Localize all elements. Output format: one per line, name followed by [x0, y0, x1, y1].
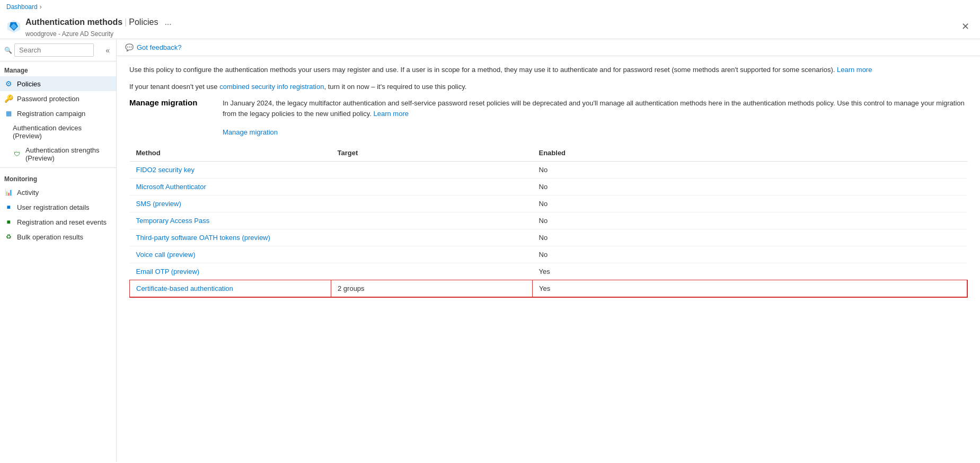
description-1: Use this policy to configure the authent… [129, 65, 967, 75]
method-target [331, 162, 533, 179]
title-block: Authentication methods | Policies ... wo… [25, 15, 176, 38]
feedback-label[interactable]: Got feedback? [137, 43, 182, 51]
nav-label-user-registration: User registration details [17, 203, 90, 211]
sidebar-item-password-protection[interactable]: 🔑 Password protection [0, 91, 116, 106]
method-link[interactable]: Email OTP (preview) [136, 268, 200, 275]
method-target [331, 246, 533, 263]
method-link[interactable]: Temporary Access Pass [136, 217, 210, 225]
description-2: If your tenant doesn't yet use combined … [129, 82, 967, 92]
nav-label-registration-events: Registration and reset events [17, 218, 107, 226]
top-bar-left: Authentication methods | Policies ... wo… [6, 15, 176, 38]
method-enabled: No [533, 229, 967, 246]
method-target [331, 179, 533, 195]
breadcrumb-sep: › [40, 3, 42, 11]
migration-title: Manage migration [129, 98, 214, 107]
table-row[interactable]: Third-party software OATH tokens (previe… [130, 229, 967, 246]
registration-campaign-icon: ▦ [4, 109, 13, 118]
content-area: 💬 Got feedback? Use this policy to confi… [117, 39, 980, 462]
search-input[interactable] [14, 43, 94, 57]
method-target [331, 229, 533, 246]
table-row[interactable]: Microsoft AuthenticatorNo [130, 179, 967, 195]
migration-text: In January 2024, the legacy multifactor … [223, 99, 965, 118]
nav-label-auth-devices: Authentication devices (Preview) [13, 124, 112, 140]
sidebar-item-bulk-operations[interactable]: ♻ Bulk operation results [0, 229, 116, 244]
col-target: Target [331, 145, 533, 162]
manage-section-label: Manage [0, 61, 116, 76]
nav-label-policies: Policies [17, 80, 41, 88]
user-registration-icon: ■ [4, 203, 13, 211]
activity-icon: 📊 [4, 188, 13, 197]
table-row[interactable]: Certificate-based authentication2 groups… [130, 280, 967, 297]
azure-icon [6, 19, 21, 34]
content-body: Use this policy to configure the authent… [117, 56, 980, 462]
method-target [331, 263, 533, 280]
sidebar-search-container: 🔍 « [0, 39, 116, 61]
method-enabled: No [533, 212, 967, 229]
method-enabled: Yes [533, 263, 967, 280]
method-target [331, 195, 533, 212]
migration-header: Manage migration In January 2024, the le… [129, 98, 967, 119]
sidebar-item-activity[interactable]: 📊 Activity [0, 185, 116, 200]
manage-migration-link[interactable]: Manage migration [223, 128, 278, 136]
col-enabled: Enabled [533, 145, 967, 162]
breadcrumb-dashboard[interactable]: Dashboard [6, 3, 38, 11]
feedback-icon: 💬 [125, 43, 134, 51]
method-target: 2 groups [331, 280, 533, 297]
monitoring-section-label: Monitoring [0, 170, 116, 185]
learn-more-link-1[interactable]: Learn more [837, 66, 872, 74]
registration-events-icon: ■ [4, 218, 13, 226]
combined-security-link[interactable]: combined security info registration [219, 83, 324, 91]
sidebar: 🔍 « Manage ⚙ Policies 🔑 Password protect… [0, 39, 117, 462]
method-link[interactable]: Voice call (preview) [136, 251, 196, 259]
sidebar-item-policies[interactable]: ⚙ Policies [0, 76, 116, 91]
sidebar-item-user-registration[interactable]: ■ User registration details [0, 200, 116, 215]
methods-table: Method Target Enabled FIDO2 security key… [129, 145, 967, 297]
method-enabled: No [533, 195, 967, 212]
app-title: Authentication methods [25, 17, 122, 27]
policies-icon: ⚙ [4, 79, 13, 88]
method-enabled: No [533, 179, 967, 195]
method-link[interactable]: Microsoft Authenticator [136, 183, 206, 191]
sidebar-item-auth-devices[interactable]: Authentication devices (Preview) [0, 121, 116, 143]
table-row[interactable]: Email OTP (preview)Yes [130, 263, 967, 280]
nav-label-password-protection: Password protection [17, 95, 80, 103]
learn-more-link-2[interactable]: Learn more [373, 110, 408, 118]
nav-label-activity: Activity [17, 189, 39, 197]
close-button[interactable]: ✕ [957, 19, 974, 34]
sidebar-item-registration-events[interactable]: ■ Registration and reset events [0, 215, 116, 229]
method-target [331, 212, 533, 229]
title-separator: | [125, 17, 127, 27]
nav-label-registration-campaign: Registration campaign [17, 110, 85, 118]
table-row[interactable]: FIDO2 security keyNo [130, 162, 967, 179]
auth-strengths-icon: 🛡 [13, 150, 21, 158]
search-icon: 🔍 [4, 47, 12, 54]
nav-label-auth-strengths: Authentication strengths (Preview) [25, 146, 112, 162]
method-link[interactable]: SMS (preview) [136, 200, 181, 208]
bulk-operations-icon: ♻ [4, 233, 13, 241]
feedback-bar[interactable]: 💬 Got feedback? [117, 39, 980, 56]
breadcrumb: Dashboard › [0, 0, 980, 14]
migration-section: Manage migration In January 2024, the le… [129, 98, 967, 136]
method-enabled: Yes [533, 280, 967, 297]
table-row[interactable]: Temporary Access PassNo [130, 212, 967, 229]
table-row[interactable]: Voice call (preview)No [130, 246, 967, 263]
sidebar-item-registration-campaign[interactable]: ▦ Registration campaign [0, 106, 116, 121]
method-link[interactable]: Certificate-based authentication [136, 284, 233, 292]
sidebar-item-auth-strengths[interactable]: 🛡 Authentication strengths (Preview) [0, 143, 116, 165]
method-link[interactable]: FIDO2 security key [136, 166, 195, 174]
method-enabled: No [533, 162, 967, 179]
ellipsis-button[interactable]: ... [160, 15, 175, 29]
method-enabled: No [533, 246, 967, 263]
collapse-button[interactable]: « [103, 45, 112, 56]
method-link[interactable]: Third-party software OATH tokens (previe… [136, 234, 270, 242]
org-name: woodgrove - Azure AD Security [25, 30, 176, 38]
col-method: Method [130, 145, 331, 162]
nav-label-bulk-operations: Bulk operation results [17, 233, 83, 241]
app-subtitle: Policies [129, 17, 158, 27]
top-bar: Authentication methods | Policies ... wo… [0, 14, 980, 39]
migration-content: In January 2024, the legacy multifactor … [223, 98, 967, 119]
table-row[interactable]: SMS (preview)No [130, 195, 967, 212]
password-protection-icon: 🔑 [4, 94, 13, 103]
